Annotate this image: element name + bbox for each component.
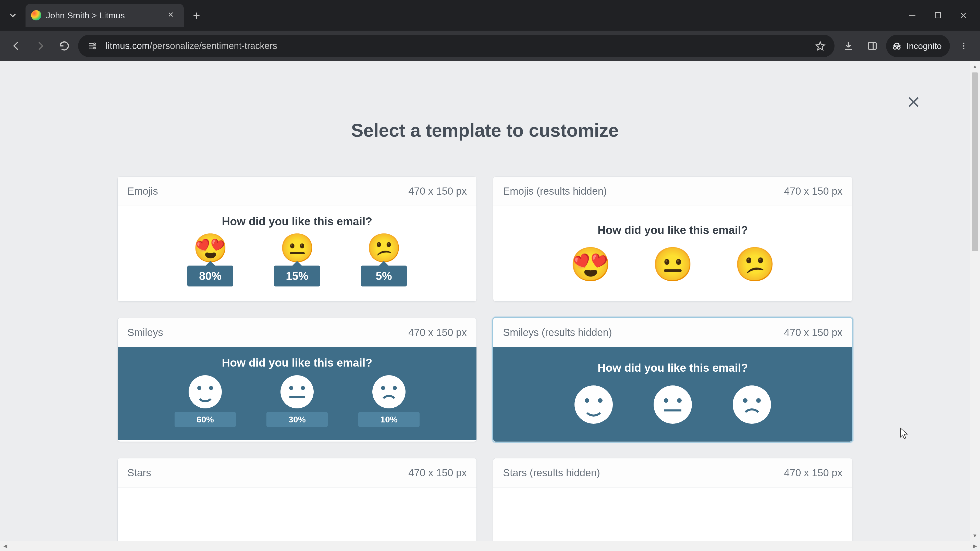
emoji-neutral-icon: 😐	[280, 234, 315, 262]
template-name: Stars (results hidden)	[503, 467, 600, 478]
template-question: How did you like this email?	[222, 356, 372, 369]
emoji-confused-icon: 😕	[366, 234, 401, 262]
template-question: How did you like this email?	[597, 362, 748, 374]
emoji-neutral-icon: 😐	[652, 248, 694, 281]
smiley-happy-icon	[189, 375, 222, 408]
sentiment-option: 😕 5%	[361, 234, 407, 286]
smiley-happy-icon	[574, 386, 613, 424]
smiley-neutral-icon	[280, 375, 313, 408]
template-name: Emojis	[127, 186, 158, 197]
template-name: Smileys (results hidden)	[503, 327, 612, 338]
incognito-indicator[interactable]: Incognito	[886, 35, 950, 57]
scroll-down-icon[interactable]: ▼	[972, 530, 977, 541]
window-maximize-icon[interactable]	[926, 4, 950, 27]
page-viewport: Select a template to customize Emojis 47…	[0, 61, 980, 551]
site-settings-icon[interactable]	[85, 39, 100, 53]
result-bubble: 5%	[361, 265, 407, 286]
template-card-smileys[interactable]: Smileys 470 x 150 px How did you like th…	[118, 318, 477, 442]
result-pill: 60%	[175, 412, 236, 427]
tab-search-dropdown[interactable]	[3, 5, 23, 25]
smiley-sad-icon	[733, 386, 771, 424]
url-text: litmus.com/personalize/sentiment-tracker…	[106, 41, 277, 51]
browser-tab[interactable]: John Smith > Litmus	[25, 4, 184, 27]
sentiment-option: 😍 80%	[187, 234, 233, 286]
result-pill: 30%	[266, 412, 328, 427]
svg-rect-3	[869, 43, 876, 49]
horizontal-scrollbar[interactable]: ◀ ▶	[0, 541, 980, 551]
vertical-scrollbar[interactable]: ▲ ▼	[970, 61, 980, 541]
svg-point-2	[94, 47, 95, 49]
browser-menu-icon[interactable]	[953, 36, 974, 56]
tab-title: John Smith > Litmus	[46, 11, 160, 21]
template-dimensions: 470 x 150 px	[784, 186, 842, 197]
svg-point-6	[963, 43, 964, 44]
emoji-love-icon: 😍	[193, 234, 228, 262]
sentiment-option: 30%	[266, 375, 328, 427]
template-dimensions: 470 x 150 px	[408, 467, 467, 478]
template-card-emojis[interactable]: Emojis 470 x 150 px How did you like thi…	[118, 176, 477, 302]
template-dimensions: 470 x 150 px	[408, 327, 467, 338]
scroll-right-icon[interactable]: ▶	[970, 543, 980, 549]
modal-title: Select a template to customize	[0, 120, 970, 141]
template-dimensions: 470 x 150 px	[784, 327, 842, 338]
svg-point-7	[963, 45, 964, 47]
svg-point-5	[897, 46, 900, 49]
incognito-label: Incognito	[907, 41, 942, 51]
svg-point-1	[94, 43, 95, 44]
template-card-stars-hidden[interactable]: Stars (results hidden) 470 x 150 px	[493, 458, 853, 541]
side-panel-icon[interactable]	[862, 36, 883, 56]
address-bar[interactable]: litmus.com/personalize/sentiment-tracker…	[78, 35, 835, 57]
sentiment-option: 60%	[175, 375, 236, 427]
browser-toolbar: litmus.com/personalize/sentiment-tracker…	[0, 30, 980, 61]
template-question: How did you like this email?	[597, 224, 748, 237]
tab-favicon	[31, 10, 41, 21]
emoji-love-icon: 😍	[570, 248, 611, 281]
bookmark-icon[interactable]	[813, 39, 827, 53]
template-dimensions: 470 x 150 px	[408, 186, 467, 197]
scroll-up-icon[interactable]: ▲	[972, 61, 977, 71]
sentiment-option: 10%	[358, 375, 420, 427]
forward-button[interactable]	[30, 36, 51, 56]
smiley-neutral-icon	[654, 386, 692, 424]
browser-titlebar: John Smith > Litmus +	[0, 0, 980, 30]
svg-point-8	[963, 48, 964, 49]
url-path: /personalize/sentiment-trackers	[150, 41, 277, 51]
scroll-thumb[interactable]	[972, 73, 978, 251]
template-name: Emojis (results hidden)	[503, 186, 607, 197]
back-button[interactable]	[6, 36, 27, 56]
template-card-emojis-hidden[interactable]: Emojis (results hidden) 470 x 150 px How…	[493, 176, 853, 302]
result-bubble: 15%	[274, 265, 320, 286]
template-question: How did you like this email?	[222, 215, 372, 228]
new-tab-button[interactable]: +	[186, 5, 207, 25]
url-host: litmus.com	[106, 41, 150, 51]
template-card-smileys-hidden[interactable]: Smileys (results hidden) 470 x 150 px Ho…	[493, 318, 853, 442]
template-name: Stars	[127, 467, 151, 478]
result-pill: 10%	[358, 412, 420, 427]
template-grid: Emojis 470 x 150 px How did you like thi…	[118, 176, 853, 541]
svg-point-4	[894, 46, 896, 49]
tab-close-icon[interactable]	[165, 8, 177, 22]
window-minimize-icon[interactable]	[901, 4, 924, 27]
scroll-left-icon[interactable]: ◀	[0, 543, 10, 549]
reload-button[interactable]	[54, 36, 75, 56]
template-dimensions: 470 x 150 px	[784, 467, 842, 478]
downloads-icon[interactable]	[838, 36, 859, 56]
template-card-stars[interactable]: Stars 470 x 150 px	[118, 458, 477, 541]
window-close-icon[interactable]	[952, 4, 975, 27]
smiley-sad-icon	[372, 375, 406, 408]
template-name: Smileys	[127, 327, 163, 338]
result-bubble: 80%	[187, 265, 233, 286]
svg-rect-0	[935, 13, 941, 18]
emoji-confused-icon: 😕	[734, 248, 776, 281]
sentiment-option: 😐 15%	[274, 234, 320, 286]
